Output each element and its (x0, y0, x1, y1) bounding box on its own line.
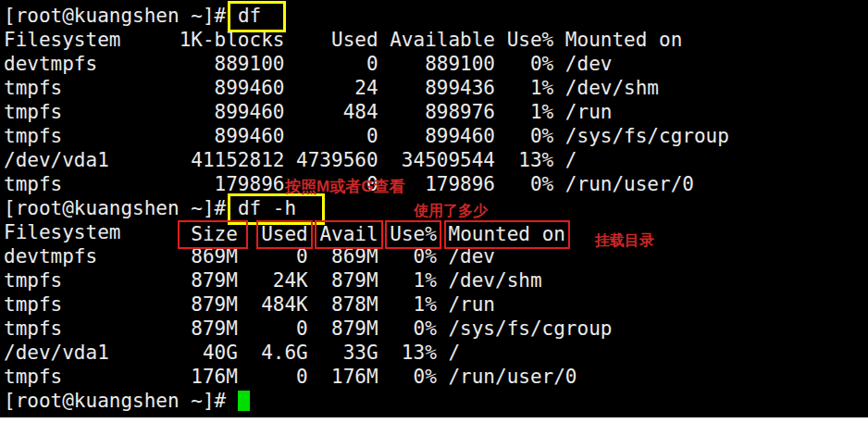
df-row-tmpfs-user0: tmpfs 179896 0 179896 0% /run/user/0 (4, 172, 868, 196)
df-h-row-tmpfs-user0: tmpfs 176M 0 176M 0% /run/user/0 (4, 365, 868, 389)
df-row-text: tmpfs 899460 0 899460 0% /sys/fs/cgroup (4, 125, 729, 147)
df-header-line: Filesystem 1K-blocks Used Available Use%… (4, 28, 868, 52)
header-size-boxed: Size (178, 220, 248, 249)
prompt-line-df: [root@kuangshen ~]# df (4, 4, 868, 28)
df-h-row-vda1: /dev/vda1 40G 4.6G 33G 13% / (4, 341, 868, 365)
df-h-row-text: /dev/vda1 40G 4.6G 33G 13% / (4, 342, 460, 364)
terminal-window[interactable]: [root@kuangshen ~]# dfFilesystem 1K-bloc… (0, 0, 868, 417)
df-h-header-line: Filesystem Size Used Avail Use% Mounted … (4, 220, 868, 244)
header-avail-boxed: Avail (315, 220, 382, 249)
df-h-row-tmpfs-cgroup: tmpfs 879M 0 879M 0% /sys/fs/cgroup (4, 317, 868, 341)
df-row-text: /dev/vda1 41152812 4739560 34509544 13% … (4, 149, 577, 171)
df-row-text: devtmpfs 889100 0 889100 0% /dev (4, 53, 612, 75)
df-h-row-tmpfs-devshm: tmpfs 879M 24K 879M 1% /dev/shm (4, 268, 868, 292)
df-header-text: Filesystem 1K-blocks Used Available Use%… (4, 29, 682, 51)
df-h-row-text: tmpfs 879M 24K 879M 1% /dev/shm (4, 269, 542, 292)
header-use-percent-boxed: Use% (385, 220, 441, 249)
df-row-text: tmpfs 899460 24 899436 1% /dev/shm (4, 77, 659, 99)
annotation-how-much-used: 使用了多少 (414, 202, 488, 221)
header-used-boxed: Used (256, 220, 313, 249)
annotation-mount-directory: 挂载目录 (595, 231, 654, 251)
header-mounted-on-boxed: Mounted on (444, 220, 570, 249)
df-row-tmpfs-run: tmpfs 899460 484 898976 1% /run (4, 100, 868, 124)
prompt-text: [root@kuangshen ~]# (4, 197, 238, 219)
df-h-row-text: tmpfs 176M 0 176M 0% /run/user/0 (4, 366, 577, 388)
df-h-row-tmpfs-run: tmpfs 879M 484K 878M 1% /run (4, 292, 868, 317)
prompt-text: [root@kuangshen ~]# (4, 390, 238, 412)
df-row-tmpfs-cgroup: tmpfs 899460 0 899460 0% /sys/fs/cgroup (4, 124, 868, 148)
df-row-vda1: /dev/vda1 41152812 4739560 34509544 13% … (4, 148, 868, 172)
prompt-line-final: [root@kuangshen ~]# (4, 389, 868, 413)
annotation-view-by-m-or-g: 按照M或者G查看 (285, 176, 404, 197)
df-h-row-text: tmpfs 879M 484K 878M 1% /run (4, 293, 495, 316)
df-h-row-text: tmpfs 879M 0 879M 0% /sys/fs/cgroup (4, 317, 612, 340)
df-h-header-text: Filesystem (4, 221, 191, 243)
df-row-tmpfs-devshm: tmpfs 899460 24 899436 1% /dev/shm (4, 76, 868, 100)
df-row-devtmpfs: devtmpfs 889100 0 889100 0% /dev (4, 52, 868, 76)
terminal-cursor (238, 391, 250, 411)
df-row-text: tmpfs 899460 484 898976 1% /run (4, 101, 612, 123)
prompt-text: [root@kuangshen ~]# (4, 5, 238, 27)
